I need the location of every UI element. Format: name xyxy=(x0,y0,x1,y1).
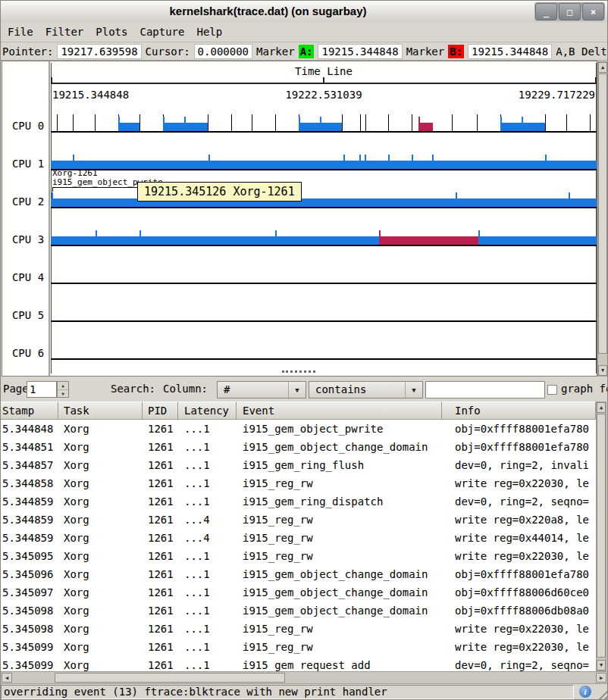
event-tick xyxy=(545,155,547,161)
table-cell: 1261 xyxy=(143,602,178,620)
scroll-left-icon[interactable]: ◀ xyxy=(2,673,12,683)
marker-a-badge[interactable]: A: xyxy=(299,45,315,58)
scroll-down-icon[interactable]: ▼ xyxy=(597,660,606,670)
scrollbar-thumb[interactable] xyxy=(55,673,285,683)
column-header-event[interactable]: Event xyxy=(237,402,442,420)
event-tick xyxy=(590,114,591,131)
task-bar xyxy=(51,236,597,245)
cpu-plot-row[interactable] xyxy=(51,152,597,170)
table-cell: i915_gem_object_pwrite xyxy=(237,420,442,438)
table-cell: ...1 xyxy=(178,602,237,620)
cpu-plot-row[interactable] xyxy=(51,266,597,284)
table-row[interactable]: 5.344851Xorg1261...1i915_gem_object_chan… xyxy=(0,438,596,456)
table-row[interactable]: 5.345099Xorg1261...1i915_reg_rwwrite reg… xyxy=(0,638,596,656)
pane-splitter-grip[interactable] xyxy=(282,370,315,373)
table-row[interactable]: 5.344857Xorg1261...1i915_gem_ring_flushd… xyxy=(0,456,596,474)
table-cell: write reg=0x220a8, le xyxy=(442,511,596,529)
table-cell: 1261 xyxy=(143,456,178,474)
marker-b-badge[interactable]: B: xyxy=(448,45,464,58)
cpu-plot-row[interactable] xyxy=(51,228,597,246)
cpu-label: CPU 1 xyxy=(2,152,49,170)
event-tick xyxy=(57,114,58,131)
table-row[interactable]: 5.345095Xorg1261...1i915_reg_rwwrite reg… xyxy=(0,547,596,565)
table-cell: 5.344848 xyxy=(0,420,58,438)
cpu-plot-row[interactable] xyxy=(51,304,597,322)
column-select-value: # xyxy=(224,382,230,398)
axis-tick xyxy=(595,77,597,83)
table-cell: i915_reg_rw xyxy=(237,547,442,565)
table-row[interactable]: 5.344859Xorg1261...1i915_gem_ring_dispat… xyxy=(0,492,596,511)
table-row[interactable]: 5.345098Xorg1261...1i915_reg_rwwrite reg… xyxy=(0,620,596,638)
marker-a-value: 19215.344848 xyxy=(318,44,402,59)
menu-item-file[interactable]: File xyxy=(2,23,39,41)
table-row[interactable]: 5.345097Xorg1261...1i915_gem_object_chan… xyxy=(0,583,596,602)
event-tick xyxy=(95,114,96,131)
table-row[interactable]: 5.344848Xorg1261...1i915_gem_object_pwri… xyxy=(0,420,596,438)
table-row[interactable]: 5.345096Xorg1261...1i915_gem_object_chan… xyxy=(0,565,596,583)
cpu-plot-row[interactable] xyxy=(51,190,597,208)
chevron-down-icon[interactable]: ▼ xyxy=(288,382,306,398)
event-tick xyxy=(299,117,300,123)
task-bar xyxy=(379,236,478,245)
scrollbar-thumb[interactable] xyxy=(597,414,606,658)
match-select[interactable]: contains ▼ xyxy=(309,381,423,398)
table-cell: i915_gem_object_change_domain xyxy=(237,602,442,620)
event-tick xyxy=(320,117,321,123)
spin-up-icon[interactable]: ▲ xyxy=(58,382,68,390)
minimize-icon[interactable]: _ xyxy=(535,3,557,20)
table-cell: write reg=0x22030, le xyxy=(442,638,596,656)
event-tick xyxy=(569,192,570,199)
table-vertical-scrollbar[interactable]: ▲ ▼ xyxy=(596,402,606,671)
task-bar xyxy=(163,123,208,131)
scroll-down-icon[interactable]: ▼ xyxy=(598,365,607,376)
table-row[interactable]: 5.344858Xorg1261...1i915_reg_rwwrite reg… xyxy=(0,474,596,492)
page-spinner[interactable]: 1 ▲ ▼ xyxy=(27,381,69,398)
scroll-up-icon[interactable]: ▲ xyxy=(598,62,607,73)
event-tick xyxy=(500,117,502,123)
table-row[interactable]: 5.345099Xorg1261...1i915_gem_request_add… xyxy=(0,656,596,671)
table-cell: 5.344859 xyxy=(0,511,58,529)
menu-item-help[interactable]: Help xyxy=(190,23,228,41)
column-select[interactable]: # ▼ xyxy=(217,381,306,398)
table-row[interactable]: 5.344859Xorg1261...4i915_reg_rwwrite reg… xyxy=(0,529,596,547)
table-cell: 1261 xyxy=(143,474,178,492)
cpu-label: CPU 3 xyxy=(2,228,49,246)
scroll-up-icon[interactable]: ▲ xyxy=(597,402,606,413)
graph-follows-checkbox[interactable] xyxy=(547,385,557,395)
cpu-baseline xyxy=(51,169,597,170)
column-header-task[interactable]: Task xyxy=(58,402,143,420)
close-icon[interactable]: × xyxy=(582,3,604,20)
table-row[interactable]: 5.344859Xorg1261...4i915_reg_rwwrite reg… xyxy=(0,511,596,529)
table-cell: obj=0xffff88006db08a0 xyxy=(442,602,596,620)
menu-item-capture[interactable]: Capture xyxy=(133,23,190,41)
table-horizontal-scrollbar[interactable]: ◀ ▶ xyxy=(0,671,608,684)
cpu-plot-row[interactable] xyxy=(51,114,597,133)
search-input[interactable] xyxy=(425,381,545,398)
graph-vertical-scrollbar[interactable]: ▲ ▼ xyxy=(597,61,608,377)
event-tick xyxy=(231,114,232,131)
scroll-right-icon[interactable]: ▶ xyxy=(596,673,606,683)
table-row[interactable]: 5.345098Xorg1261...1i915_gem_object_chan… xyxy=(0,602,596,620)
column-header-info[interactable]: Info xyxy=(442,402,596,420)
chevron-down-icon[interactable]: ▼ xyxy=(405,382,422,398)
resize-grip-icon[interactable] xyxy=(596,688,607,699)
table-cell: ...1 xyxy=(178,583,237,602)
menu-item-plots[interactable]: Plots xyxy=(89,23,133,41)
page-value[interactable]: 1 xyxy=(27,381,57,398)
maximize-icon[interactable]: □ xyxy=(559,3,581,20)
time-label: 19222.531039 xyxy=(285,89,362,101)
column-header-stamp[interactable]: Stamp xyxy=(0,402,58,420)
event-tick xyxy=(418,117,420,123)
cpu-plot-row[interactable] xyxy=(51,342,597,360)
event-tick xyxy=(365,155,366,161)
spin-down-icon[interactable]: ▼ xyxy=(58,390,68,398)
column-header-latency[interactable]: Latency xyxy=(178,402,237,420)
info-icon[interactable]: i xyxy=(579,686,591,698)
event-tick xyxy=(208,155,210,161)
column-header-pid[interactable]: PID xyxy=(143,402,178,420)
table-cell: ...1 xyxy=(178,638,237,656)
scrollbar-thumb[interactable] xyxy=(598,73,607,354)
table-cell: ...1 xyxy=(178,547,237,565)
table-cell: 5.345098 xyxy=(0,602,58,620)
menu-item-filter[interactable]: Filter xyxy=(39,23,90,41)
